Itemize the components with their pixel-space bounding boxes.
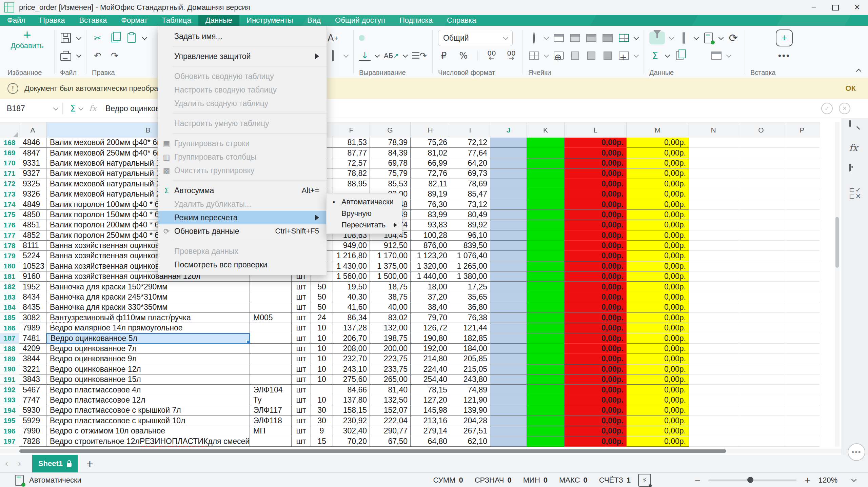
cancel-formula-icon[interactable]: ✕ <box>839 103 850 114</box>
group-cells-icon[interactable]: + <box>618 49 630 62</box>
text-rotate-chevron[interactable] <box>403 52 408 58</box>
cell-O194[interactable] <box>738 405 784 415</box>
cell-I177[interactable]: 96,10 <box>450 230 490 241</box>
menu-Файл[interactable]: Файл <box>0 15 33 26</box>
cell-M170[interactable]: 0,00р. <box>627 158 689 168</box>
cell-L197[interactable]: 0,00р. <box>565 436 627 446</box>
add-favorite-button[interactable]: + <box>5 29 49 41</box>
cell-B194[interactable]: Ведро пластмассовое с крышкой 7л <box>46 405 250 415</box>
autosum-formula-icon[interactable]: Σ <box>70 103 76 114</box>
cell-A193[interactable]: 7747 <box>19 395 46 405</box>
vertical-align-chevron[interactable] <box>375 52 380 58</box>
cell-A184[interactable]: 8435 <box>19 302 46 312</box>
cell-F188[interactable]: 208,00 <box>333 344 370 354</box>
tag-name-manager-icon[interactable] <box>849 165 861 177</box>
cell-H184[interactable]: 38,40 <box>411 302 450 312</box>
cell-K191[interactable] <box>527 374 565 385</box>
cell-L168[interactable]: 0,00р. <box>565 138 627 148</box>
cell-G192[interactable]: 81,40 <box>370 385 411 395</box>
cell-C197[interactable] <box>250 436 292 446</box>
cell-O176[interactable] <box>738 220 784 230</box>
menu-item-Обновить-данные[interactable]: ⟳Обновить данныеCtrl+Shift+F5 <box>158 224 327 238</box>
cell-L194[interactable]: 0,00р. <box>565 405 627 415</box>
horizontal-scrollbar[interactable] <box>0 449 868 453</box>
close-button[interactable]: ✕ <box>846 0 868 15</box>
cell-A175[interactable]: 4850 <box>19 210 46 220</box>
undo-icon[interactable]: ↶ <box>92 49 103 62</box>
cell-L187[interactable]: 0,00р. <box>565 333 627 343</box>
cell-M193[interactable]: 0,00р. <box>627 395 689 405</box>
cell-O171[interactable] <box>738 168 784 179</box>
cell-N193[interactable] <box>689 395 738 405</box>
cell-P178[interactable] <box>784 241 820 251</box>
cell-G196[interactable]: 290,77 <box>370 426 411 436</box>
cell-L169[interactable]: 0,00р. <box>565 148 627 158</box>
data-check-chevron[interactable] <box>718 35 724 40</box>
cell-N188[interactable] <box>689 344 738 354</box>
cell-J170[interactable] <box>490 158 527 168</box>
cell-H180[interactable]: 1 320,00 <box>411 261 450 271</box>
cell-P172[interactable] <box>784 179 820 189</box>
cell-B185[interactable]: Вантуз резиновый ф110мм пласт/ручка <box>46 313 250 323</box>
cell-P188[interactable] <box>784 344 820 354</box>
cell-D185[interactable]: шт <box>292 313 311 323</box>
cell-K182[interactable] <box>527 282 565 292</box>
cell-A189[interactable]: 3844 <box>19 354 46 364</box>
cell-P196[interactable] <box>784 426 820 436</box>
redo-icon[interactable]: ↷ <box>109 49 120 62</box>
cell-B188[interactable]: Ведро оцинкованное 7л <box>46 344 250 354</box>
cell-G184[interactable]: 40,00 <box>370 302 411 312</box>
align-center-icon[interactable] <box>368 35 373 41</box>
cell-A179[interactable]: 5224 <box>19 251 46 261</box>
cell-M179[interactable]: 0,00р. <box>627 251 689 261</box>
cell-L193[interactable]: 0,00р. <box>565 395 627 405</box>
cell-F181[interactable]: 1 560,00 <box>333 271 370 282</box>
cell-N186[interactable] <box>689 323 738 333</box>
menu-Инструменты[interactable]: Инструменты <box>239 15 300 26</box>
cell-B187[interactable]: Ведро оцинкованное 5л <box>46 333 250 343</box>
row-header-178[interactable]: 178 <box>0 241 19 251</box>
cell-M192[interactable]: 0,00р. <box>627 385 689 395</box>
cell-P190[interactable] <box>784 364 820 374</box>
cell-K194[interactable] <box>527 405 565 415</box>
cell-G188[interactable]: 200,00 <box>370 344 411 354</box>
cell-F180[interactable]: 1 430,00 <box>333 261 370 271</box>
column-header-I[interactable]: I <box>450 122 490 138</box>
cell-M195[interactable]: 0,00р. <box>627 416 689 426</box>
cell-P191[interactable] <box>784 374 820 385</box>
cell-A192[interactable]: 5467 <box>19 385 46 395</box>
cell-I195[interactable]: 204,28 <box>450 416 490 426</box>
cell-O180[interactable] <box>738 261 784 271</box>
cell-P189[interactable] <box>784 354 820 364</box>
cell-K177[interactable] <box>527 230 565 241</box>
cell-I174[interactable]: 73,12 <box>450 199 490 209</box>
cell-L190[interactable]: 0,00р. <box>565 364 627 374</box>
column-header-N[interactable]: N <box>689 122 738 138</box>
save-icon[interactable] <box>60 31 72 45</box>
row-header-186[interactable]: 186 <box>0 323 19 333</box>
row-header-179[interactable]: 179 <box>0 251 19 261</box>
cell-O182[interactable] <box>738 282 784 292</box>
cell-L186[interactable]: 0,00р. <box>565 323 627 333</box>
cell-K186[interactable] <box>527 323 565 333</box>
cell-A176[interactable]: 4851 <box>19 220 46 230</box>
paste-chevron[interactable] <box>142 35 147 40</box>
cell-K176[interactable] <box>527 220 565 230</box>
cell-L178[interactable]: 0,00р. <box>565 241 627 251</box>
cell-J196[interactable] <box>490 426 527 436</box>
maximize-button[interactable] <box>825 0 846 15</box>
submenu-item-Пересчитать[interactable]: Пересчитать <box>327 219 402 231</box>
cell-G168[interactable]: 78,39 <box>370 138 411 148</box>
cell-K183[interactable] <box>527 292 565 302</box>
cell-P192[interactable] <box>784 385 820 395</box>
cell-A194[interactable]: 5930 <box>19 405 46 415</box>
cell-F183[interactable]: 40,30 <box>333 292 370 302</box>
cell-M171[interactable]: 0,00р. <box>627 168 689 179</box>
cell-J193[interactable] <box>490 395 527 405</box>
data-check-icon[interactable] <box>703 31 714 45</box>
cell-H189[interactable]: 214,80 <box>411 354 450 364</box>
cell-M177[interactable]: 0,00р. <box>627 230 689 241</box>
cell-M190[interactable]: 0,00р. <box>627 364 689 374</box>
cell-M188[interactable]: 0,00р. <box>627 344 689 354</box>
autosum-chevron[interactable] <box>665 52 670 58</box>
